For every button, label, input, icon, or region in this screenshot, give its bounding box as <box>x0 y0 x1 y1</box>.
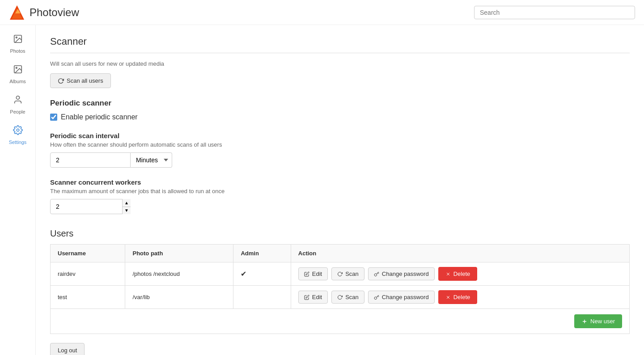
scan-icon-test <box>337 295 343 300</box>
table-row: rairdev /photos /nextcloud ✔ Edit <box>51 262 630 286</box>
users-title: Users <box>50 228 630 239</box>
col-photo-path: Photo path <box>125 245 233 262</box>
user-actions-test: Edit Scan Change password <box>291 286 629 309</box>
user-admin-rairdev: ✔ <box>233 262 291 286</box>
interval-unit-select[interactable]: Minutes Hours Days <box>131 152 172 168</box>
workers-spin-down[interactable]: ▼ <box>123 207 131 215</box>
interval-row: Minutes Hours Days <box>50 152 630 168</box>
svg-point-8 <box>17 129 19 131</box>
sidebar-people-label: People <box>10 109 25 114</box>
logout-button[interactable]: Log out <box>50 343 85 355</box>
main-content: Scanner Will scan all users for new or u… <box>36 25 644 355</box>
action-cell-test: Edit Scan Change password <box>298 290 622 304</box>
svg-point-7 <box>16 96 19 99</box>
action-cell-rairdev: Edit Scan Change password <box>298 267 622 281</box>
app-header: Photoview <box>0 0 644 25</box>
edit-button-rairdev[interactable]: Edit <box>298 267 328 280</box>
user-path-test: /var/lib <box>125 286 233 309</box>
workers-spinners: ▲ ▼ <box>122 199 131 214</box>
sidebar-item-people[interactable]: People <box>0 90 35 119</box>
key-icon-test <box>374 295 379 300</box>
users-table-header-row: Username Photo path Admin Action <box>51 245 630 262</box>
logo-icon <box>9 4 25 21</box>
delete-icon-test <box>445 295 451 300</box>
sidebar: Photos Albums People <box>0 25 36 355</box>
app-title: Photoview <box>30 6 79 19</box>
scan-all-users-button[interactable]: Scan all users <box>50 73 111 88</box>
edit-icon-test <box>304 295 309 300</box>
user-username-test: test <box>51 286 125 309</box>
sidebar-photos-label: Photos <box>10 48 25 54</box>
table-row: test /var/lib Edit Sca <box>51 286 630 309</box>
users-table-body: rairdev /photos /nextcloud ✔ Edit <box>51 262 630 334</box>
workers-input-wrap: ▲ ▼ <box>50 199 131 214</box>
scan-button-rairdev[interactable]: Scan <box>331 267 364 280</box>
svg-point-4 <box>16 37 17 38</box>
user-admin-test <box>233 286 291 309</box>
interval-title: Periodic scan interval <box>50 132 630 139</box>
delete-icon <box>445 271 451 277</box>
new-user-row: New user <box>51 309 630 334</box>
workers-description: The maximum amount of scanner jobs that … <box>50 188 630 194</box>
settings-icon <box>13 125 23 138</box>
col-admin: Admin <box>233 245 291 262</box>
scanner-description: Will scan all users for new or updated m… <box>50 60 630 67</box>
interval-section: Periodic scan interval How often the sca… <box>50 132 630 168</box>
edit-icon <box>304 271 309 277</box>
interval-description: How often the scanner should perform aut… <box>50 141 630 148</box>
sidebar-settings-label: Settings <box>9 139 27 145</box>
workers-spin-up[interactable]: ▲ <box>123 199 131 207</box>
svg-point-6 <box>16 67 17 68</box>
col-action: Action <box>291 245 629 262</box>
main-layout: Photos Albums People <box>0 25 644 355</box>
delete-button-rairdev[interactable]: Delete <box>438 267 478 281</box>
user-path-rairdev: /photos /nextcloud <box>125 262 233 286</box>
user-actions-rairdev: Edit Scan Change password <box>291 262 629 286</box>
admin-checkmark: ✔ <box>241 270 246 278</box>
sidebar-item-albums[interactable]: Albums <box>0 60 35 89</box>
enable-periodic-checkbox[interactable] <box>50 114 57 121</box>
periodic-scanner-section: Periodic scanner Enable periodic scanner <box>50 99 630 121</box>
delete-button-test[interactable]: Delete <box>438 290 478 304</box>
change-password-button-test[interactable]: Change password <box>368 291 435 304</box>
photos-icon <box>13 34 23 46</box>
scan-user-icon <box>337 271 343 277</box>
periodic-scanner-title: Periodic scanner <box>50 99 630 108</box>
scanner-divider <box>50 53 630 53</box>
edit-button-test[interactable]: Edit <box>298 291 328 304</box>
plus-icon <box>581 318 588 325</box>
new-user-button[interactable]: New user <box>574 314 622 328</box>
albums-icon <box>13 64 23 77</box>
key-icon <box>374 271 379 277</box>
interval-input[interactable] <box>50 152 131 168</box>
scan-icon <box>58 78 64 84</box>
search-input[interactable] <box>474 6 635 19</box>
workers-section: Scanner concurrent workers The maximum a… <box>50 178 630 214</box>
sidebar-item-settings[interactable]: Settings <box>0 121 35 149</box>
sidebar-item-photos[interactable]: Photos <box>0 30 35 58</box>
enable-periodic-row: Enable periodic scanner <box>50 113 630 121</box>
user-username-rairdev: rairdev <box>51 262 125 286</box>
people-icon <box>13 95 23 107</box>
users-section: Users Username Photo path Admin Action r… <box>50 228 630 334</box>
sidebar-albums-label: Albums <box>9 79 26 84</box>
scanner-title: Scanner <box>50 36 630 47</box>
users-table: Username Photo path Admin Action rairdev… <box>50 244 630 334</box>
scan-button-test[interactable]: Scan <box>331 291 364 304</box>
app-logo[interactable]: Photoview <box>9 4 79 21</box>
change-password-button-rairdev[interactable]: Change password <box>368 267 435 280</box>
enable-periodic-label: Enable periodic scanner <box>61 113 138 121</box>
workers-title: Scanner concurrent workers <box>50 178 630 186</box>
workers-input[interactable] <box>50 199 131 214</box>
new-user-cell: New user <box>51 309 630 334</box>
col-username: Username <box>51 245 125 262</box>
users-table-head: Username Photo path Admin Action <box>51 245 630 262</box>
